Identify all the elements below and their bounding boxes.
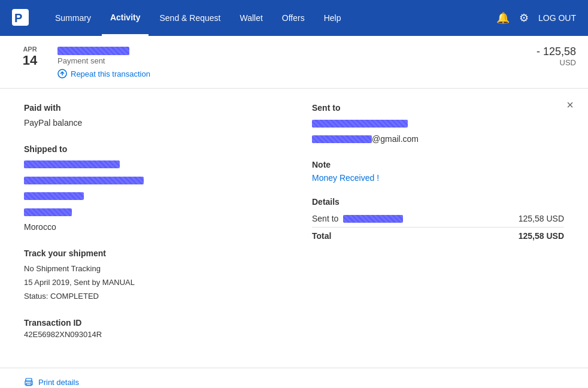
track-status: Status: COMPLETED <box>24 289 276 303</box>
shipped-to-label: Shipped to <box>24 144 276 154</box>
paid-with-section: Paid with PayPal balance <box>24 103 276 129</box>
header: P Summary Activity Send & Request Wallet… <box>0 0 588 36</box>
details-sent-name-redacted <box>343 215 403 223</box>
track-shipment-section: Track your shipment No Shipment Tracking… <box>24 248 276 304</box>
nav-item-activity[interactable]: Activity <box>102 1 149 36</box>
detail-columns: Paid with PayPal balance Shipped to Moro… <box>24 103 564 353</box>
nav-item-send-request[interactable]: Send & Request <box>151 1 229 35</box>
nav-item-offers[interactable]: Offers <box>274 1 313 35</box>
track-no-shipment: No Shipment Tracking <box>24 262 276 275</box>
notification-icon[interactable]: 🔔 <box>496 11 510 25</box>
transaction-id-section: Transaction ID 42E56982XN093014R <box>24 318 276 339</box>
repeat-icon <box>57 69 67 78</box>
nav-item-summary[interactable]: Summary <box>47 1 99 35</box>
txn-id-label: Transaction ID <box>24 318 276 328</box>
transaction-amount: - 125,58 USD <box>537 46 576 67</box>
note-section: Note Money Received ! <box>312 160 564 183</box>
svg-text:P: P <box>14 11 22 25</box>
amount-value: - 125,58 <box>537 46 576 58</box>
track-info: No Shipment Tracking 15 April 2019, Sent… <box>24 262 276 304</box>
sent-to-email-part-redacted <box>312 135 372 143</box>
paid-with-label: Paid with <box>24 103 276 113</box>
shipped-line4 <box>24 205 276 218</box>
details-row-sent: Sent to 125,58 USD <box>312 210 564 228</box>
shipped-line1 <box>24 157 276 171</box>
transaction-status: Payment sent <box>57 56 537 65</box>
shipped-line2 <box>24 173 276 186</box>
track-date: 15 April 2019, Sent by MANUAL <box>24 275 276 289</box>
shipped-country: Morocco <box>24 220 276 234</box>
txn-id-value: 42E56982XN093014R <box>24 330 276 339</box>
nav-item-wallet[interactable]: Wallet <box>231 1 271 35</box>
transaction-row: APR 14 Payment sent Repeat this transact… <box>0 36 588 89</box>
logout-button[interactable]: LOG OUT <box>538 13 576 23</box>
transaction-name-redacted <box>57 47 129 55</box>
header-right: 🔔 ⚙ LOG OUT <box>496 11 576 25</box>
print-icon <box>24 378 34 387</box>
date-day: 14 <box>12 53 48 68</box>
transaction-date: APR 14 <box>12 46 48 68</box>
print-row[interactable]: Print details <box>0 368 588 388</box>
track-shipment-label: Track your shipment <box>24 248 276 258</box>
main-nav: Summary Activity Send & Request Wallet O… <box>47 1 496 36</box>
nav-item-help[interactable]: Help <box>316 1 350 35</box>
sent-to-email-domain: @gmail.com <box>372 134 419 144</box>
paid-with-value: PayPal balance <box>24 116 276 129</box>
print-label: Print details <box>38 378 79 387</box>
total-amount: 125,58 USD <box>519 231 564 241</box>
svg-rect-6 <box>26 383 31 386</box>
note-label: Note <box>312 160 564 169</box>
shipped-city-redacted <box>24 192 84 200</box>
amount-currency: USD <box>537 58 576 67</box>
shipped-name-redacted <box>24 160 120 168</box>
close-button[interactable]: × <box>566 98 574 112</box>
details-table: Sent to 125,58 USD Total 125,58 USD <box>312 210 564 244</box>
details-sent-to-label: Sent to <box>312 214 403 223</box>
paypal-logo[interactable]: P <box>12 9 29 28</box>
transaction-name <box>57 46 537 55</box>
total-label: Total <box>312 231 331 241</box>
sent-to-section: Sent to @gmail.com <box>312 103 564 146</box>
shipped-to-address: Morocco <box>24 157 276 234</box>
shipped-addr-redacted <box>24 177 144 184</box>
date-month: APR <box>12 46 48 53</box>
details-row-total: Total 125,58 USD <box>312 228 564 244</box>
details-label: Details <box>312 197 564 207</box>
note-value: Money Received ! <box>312 173 564 183</box>
detail-left-col: Paid with PayPal balance Shipped to Moro… <box>24 103 276 353</box>
settings-icon[interactable]: ⚙ <box>519 11 529 25</box>
detail-panel: × Paid with PayPal balance Shipped to Mo… <box>0 89 588 368</box>
details-amount: 125,58 USD <box>519 214 564 223</box>
sent-to-name-redacted <box>312 120 408 128</box>
repeat-transaction-link[interactable]: Repeat this transaction <box>57 69 537 78</box>
repeat-label: Repeat this transaction <box>71 69 150 78</box>
svg-point-7 <box>31 382 32 383</box>
sent-to-label: Sent to <box>312 103 564 113</box>
shipped-to-section: Shipped to Morocco <box>24 144 276 234</box>
shipped-line3 <box>24 189 276 202</box>
shipped-zip-redacted <box>24 208 72 216</box>
transaction-info: Payment sent Repeat this transaction <box>57 46 537 78</box>
detail-right-col: Sent to @gmail.com Note Money Received !… <box>312 103 564 353</box>
details-section: Details Sent to 125,58 USD Total 125,58 … <box>312 197 564 244</box>
sent-to-name: @gmail.com <box>312 116 564 146</box>
